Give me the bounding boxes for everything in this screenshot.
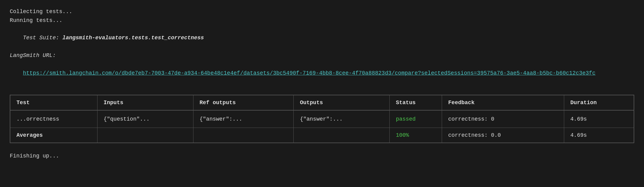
line-test-suite: Test Suite: langsmith-evaluators.tests.t…: [10, 25, 634, 51]
table-row-averages: Averages 100% correctness: 0.0 4.69s: [10, 128, 634, 143]
cell-inputs: {"question"...: [97, 110, 193, 128]
line-running: Running tests...: [10, 16, 634, 25]
cell-outputs: {"answer":...: [294, 110, 390, 128]
line-collecting: Collecting tests...: [10, 7, 634, 16]
cell-status: passed: [390, 110, 442, 128]
averages-status-badge: 100%: [396, 132, 409, 138]
cell-averages-label: Averages: [10, 128, 97, 143]
terminal-output: Collecting tests... Running tests... Tes…: [10, 7, 634, 86]
table-row: ...orrectness {"question"... {"answer":.…: [10, 110, 634, 128]
test-suite-prefix: Test Suite:: [23, 35, 62, 41]
langsmith-url[interactable]: https://smith.langchain.com/o/dbde7eb7-7…: [23, 70, 596, 76]
cell-averages-outputs: [294, 128, 390, 143]
cell-averages-feedback: correctness: 0.0: [442, 128, 564, 143]
cell-averages-status: 100%: [390, 128, 442, 143]
header-ref-outputs: Ref outputs: [193, 95, 293, 110]
cell-feedback: correctness: 0: [442, 110, 564, 128]
header-duration: Duration: [564, 95, 634, 110]
header-outputs: Outputs: [294, 95, 390, 110]
cell-test-name: ...orrectness: [10, 110, 97, 128]
status-badge: passed: [396, 116, 416, 122]
line-finishing: Finishing up...: [10, 152, 634, 161]
header-feedback: Feedback: [442, 95, 564, 110]
cell-duration: 4.69s: [564, 110, 634, 128]
table-header-row: Test Inputs Ref outputs Outputs Status F…: [10, 95, 634, 110]
cell-ref-outputs: {"answer":...: [193, 110, 293, 128]
header-status: Status: [390, 95, 442, 110]
line-langsmith-label: LangSmith URL:: [10, 51, 634, 60]
averages-text: Averages: [16, 132, 43, 138]
cell-averages-duration: 4.69s: [564, 128, 634, 143]
line-url[interactable]: https://smith.langchain.com/o/dbde7eb7-7…: [10, 60, 634, 86]
header-test: Test: [10, 95, 97, 110]
cell-averages-inputs: [97, 128, 193, 143]
test-suite-name: langsmith-evaluators.tests.test_correctn…: [62, 35, 204, 41]
cell-averages-ref-outputs: [193, 128, 293, 143]
results-table: Test Inputs Ref outputs Outputs Status F…: [10, 95, 634, 143]
header-inputs: Inputs: [97, 95, 193, 110]
